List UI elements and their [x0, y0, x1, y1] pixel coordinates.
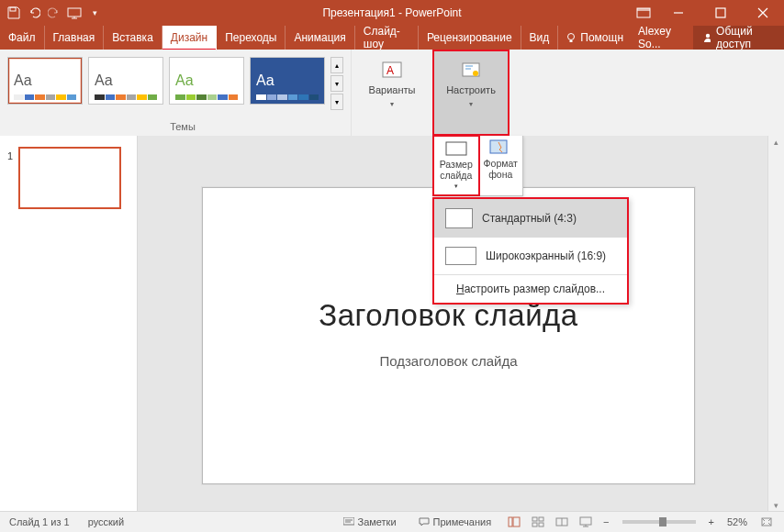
gallery-down-icon[interactable]: ▾: [330, 75, 343, 92]
tab-slideshow[interactable]: Слайд-шоу: [355, 26, 419, 50]
redo-icon[interactable]: [46, 5, 62, 21]
scroll-up-icon[interactable]: ▴: [774, 138, 778, 147]
title-bar: ▾ Презентация1 - PowerPoint: [0, 0, 784, 26]
svg-rect-5: [716, 8, 725, 17]
size-wide-item[interactable]: Широкоэкранный (16:9): [434, 238, 627, 274]
lightbulb-icon: [566, 32, 577, 43]
size-standard-item[interactable]: Стандартный (4:3): [434, 199, 627, 238]
svg-text:A: A: [386, 64, 394, 77]
gallery-more-icon[interactable]: ▾: [330, 94, 343, 110]
custom-size-item[interactable]: Настроить размер слайдов...: [434, 275, 627, 303]
theme-3[interactable]: Aa: [169, 57, 244, 105]
ribbon-display-icon[interactable]: [630, 0, 657, 26]
theme-4[interactable]: Aa: [250, 57, 325, 105]
tab-transitions[interactable]: Переходы: [217, 26, 286, 50]
share-label: Общий доступ: [716, 25, 775, 50]
svg-rect-18: [513, 517, 520, 526]
window-controls: [630, 0, 784, 26]
qat-customize-icon[interactable]: ▾: [86, 5, 103, 21]
fit-to-window-icon[interactable]: [756, 514, 777, 530]
zoom-slider[interactable]: [622, 520, 696, 524]
svg-rect-20: [539, 517, 543, 521]
zoom-out-icon[interactable]: −: [599, 516, 612, 527]
customize-button[interactable]: Настроить ▾: [440, 55, 502, 112]
scroll-down-icon[interactable]: ▾: [774, 501, 778, 510]
svg-point-7: [705, 34, 709, 38]
svg-point-6: [568, 34, 575, 40]
normal-view-icon[interactable]: [504, 514, 524, 530]
themes-gallery[interactable]: Aa Aa Aa Aa ▴ ▾ ▾: [0, 50, 351, 110]
slide-subtitle[interactable]: Подзаголовок слайда: [221, 353, 676, 369]
slide-thumbnails: 1: [0, 136, 138, 512]
close-button[interactable]: [742, 0, 784, 26]
format-bg-icon: [489, 139, 511, 156]
format-background-button[interactable]: Формат фона: [479, 136, 523, 195]
comments-toggle[interactable]: Примечания: [409, 516, 501, 527]
maximize-button[interactable]: [700, 0, 742, 26]
slide-position[interactable]: Слайд 1 из 1: [0, 516, 79, 527]
svg-rect-3: [637, 8, 650, 11]
svg-rect-12: [446, 142, 466, 155]
undo-icon[interactable]: [26, 5, 42, 21]
person-icon: [702, 32, 711, 43]
notes-toggle[interactable]: Заметки: [334, 516, 406, 527]
sorter-view-icon[interactable]: [528, 514, 548, 530]
slide-size-button[interactable]: Размер слайда ▾: [432, 135, 480, 196]
svg-point-11: [473, 71, 478, 76]
slide-size-menu: Стандартный (4:3) Широкоэкранный (16:9) …: [432, 197, 629, 305]
customize-icon: [460, 59, 482, 81]
variants-icon: A: [381, 59, 403, 81]
tab-home[interactable]: Главная: [45, 26, 105, 50]
ratio-4-3-icon: [445, 208, 473, 228]
svg-rect-14: [343, 517, 354, 525]
account-user[interactable]: Alexey So...: [631, 26, 693, 50]
svg-rect-22: [539, 523, 543, 526]
svg-rect-0: [10, 7, 16, 11]
vertical-scrollbar[interactable]: ▴ ▾: [767, 136, 784, 512]
customize-flyout: Размер слайда ▾ Формат фона: [432, 136, 523, 196]
slide-size-icon: [445, 140, 467, 157]
tab-file[interactable]: Файл: [0, 26, 45, 50]
tab-review[interactable]: Рецензирование: [419, 26, 521, 50]
ribbon-tabs: Файл Главная Вставка Дизайн Переходы Ани…: [0, 26, 784, 50]
zoom-in-icon[interactable]: +: [705, 516, 718, 527]
svg-rect-25: [580, 517, 591, 525]
tell-me[interactable]: Помощн: [558, 26, 631, 50]
save-icon[interactable]: [6, 5, 22, 21]
notes-icon: [343, 517, 354, 526]
slideshow-view-icon[interactable]: [576, 514, 596, 530]
customize-group: Настроить ▾: [432, 50, 510, 136]
svg-rect-1: [68, 8, 81, 17]
slideshow-icon[interactable]: [66, 5, 83, 21]
svg-rect-21: [532, 523, 537, 526]
quick-access-toolbar: ▾: [0, 5, 103, 21]
tab-design[interactable]: Дизайн: [162, 26, 217, 50]
thumbnail-number: 1: [7, 150, 13, 161]
workarea: 1 Заголовок слайда Подзаголовок слайда ▴…: [0, 136, 784, 512]
tell-me-label: Помощн: [580, 31, 623, 44]
tab-animations[interactable]: Анимация: [286, 26, 354, 50]
svg-rect-19: [532, 517, 537, 521]
variants-button[interactable]: A Варианты ▾: [361, 55, 423, 112]
thumbnail-1[interactable]: 1: [18, 147, 121, 209]
minimize-button[interactable]: [657, 0, 700, 26]
window-title: Презентация1 - PowerPoint: [322, 6, 461, 19]
share-button[interactable]: Общий доступ: [693, 26, 784, 50]
tab-view[interactable]: Вид: [521, 26, 559, 50]
reading-view-icon[interactable]: [552, 514, 572, 530]
status-bar: Слайд 1 из 1 русский Заметки Примечания …: [0, 511, 784, 532]
svg-rect-17: [509, 517, 512, 526]
gallery-up-icon[interactable]: ▴: [330, 57, 343, 73]
ribbon: Aa Aa Aa Aa ▴ ▾ ▾ Темы A Варианты ▾: [0, 50, 784, 137]
tab-insert[interactable]: Вставка: [104, 26, 162, 50]
language[interactable]: русский: [79, 516, 133, 527]
comments-icon: [419, 517, 430, 526]
theme-1[interactable]: Aa: [7, 57, 83, 105]
zoom-value[interactable]: 52%: [722, 516, 753, 527]
themes-group-label: Темы: [0, 121, 365, 132]
theme-2[interactable]: Aa: [88, 57, 163, 105]
ratio-16-9-icon: [445, 247, 476, 265]
